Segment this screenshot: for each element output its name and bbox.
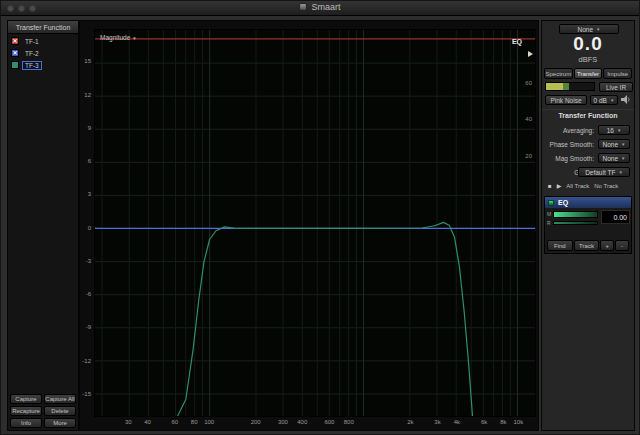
y-tick-label: 6 xyxy=(88,158,91,164)
eq-find-button[interactable]: Find xyxy=(547,240,573,251)
y-axis-db-scale: 15129630-3-6-9-12-15 xyxy=(80,29,92,417)
control-label: Averaging: xyxy=(542,127,594,134)
sidebar-title[interactable]: Transfer Function xyxy=(8,21,78,34)
tf-list-item[interactable]: ✕TF-2 xyxy=(8,47,78,59)
eq-minus-button[interactable]: - xyxy=(615,240,629,251)
y-tick-label: -6 xyxy=(86,291,91,297)
eq-module: EQ M R 0.00 FindTrack+- xyxy=(544,196,632,254)
stop-icon[interactable]: ■ xyxy=(548,183,552,189)
tf-measurement-list: ✕TF-1✕TF-2TF-3 xyxy=(8,35,78,71)
window-title: Smaart xyxy=(311,2,340,12)
phase-smooth-select[interactable]: None▼ xyxy=(598,139,630,149)
level-unit: dBFS xyxy=(542,55,634,64)
eq-plus-button[interactable]: + xyxy=(600,240,614,251)
x-tick-label: 600 xyxy=(324,419,334,425)
magnitude-plot[interactable]: Magnitude▼ EQ 604020 xyxy=(94,29,536,417)
window-title-wrap: Smaart xyxy=(1,2,639,12)
chevron-down-icon: ▼ xyxy=(621,142,625,147)
x-tick-label: 100 xyxy=(204,419,214,425)
tf-item-label[interactable]: TF-1 xyxy=(22,37,42,46)
app-window: Smaart Transfer Function ✕TF-1✕TF-2TF-3 … xyxy=(0,0,640,435)
control-label: Phase Smooth: xyxy=(542,141,594,148)
magnitude-plot-canvas xyxy=(95,30,535,416)
x-tick-label: 30 xyxy=(125,419,132,425)
tf-list-item[interactable]: TF-3 xyxy=(8,59,78,71)
eq-meter-m-label: M xyxy=(547,211,551,217)
y-tick-label: 3 xyxy=(88,191,91,197)
tab-transfer[interactable]: Transfer xyxy=(574,68,603,79)
x-tick-label: 40 xyxy=(144,419,151,425)
eq-module-header[interactable]: EQ xyxy=(545,197,631,208)
eq-button-row: FindTrack+- xyxy=(547,240,629,251)
x-tick-label: 300 xyxy=(278,419,288,425)
x-tick-label: 400 xyxy=(297,419,307,425)
mag-smooth-select[interactable]: None▼ xyxy=(598,153,630,163)
trace-tf-3 xyxy=(178,222,473,416)
titlebar[interactable]: Smaart xyxy=(1,1,639,16)
chevron-down-icon: ▼ xyxy=(621,156,625,161)
generator-level-select[interactable]: 0 dB▼ xyxy=(590,95,618,105)
tab-impulse[interactable]: Impulse xyxy=(603,68,632,79)
chevron-down-icon: ▼ xyxy=(610,98,614,103)
control-value: 16 xyxy=(607,127,614,134)
capture-button[interactable]: Capture xyxy=(10,394,42,404)
tf-hide-x-icon[interactable]: ✕ xyxy=(11,37,19,45)
group-select[interactable]: Default TF▼ xyxy=(578,167,630,177)
tf-list-item[interactable]: ✕TF-1 xyxy=(8,35,78,47)
chevron-down-icon: ▼ xyxy=(132,36,136,41)
tf-color-swatch-icon[interactable] xyxy=(11,61,19,69)
x-tick-label: 800 xyxy=(344,419,354,425)
group-value: Default TF xyxy=(585,169,615,176)
control-value: None xyxy=(602,141,618,148)
app-icon xyxy=(299,3,307,11)
x-tick-label: 8k xyxy=(500,419,506,425)
live-ir-button[interactable]: Live IR xyxy=(599,82,633,92)
tf-hide-x-icon[interactable]: ✕ xyxy=(11,49,19,57)
averaging-select[interactable]: 16▼ xyxy=(598,125,630,135)
pink-noise-button[interactable]: Pink Noise xyxy=(545,95,587,105)
right-axis-tick-label: 20 xyxy=(525,153,532,159)
chevron-down-icon: ▼ xyxy=(596,27,600,32)
eq-meter-m xyxy=(553,211,598,218)
x-tick-label: 2k xyxy=(407,419,413,425)
panel-divider xyxy=(542,109,634,110)
eq-marker-triangle-icon[interactable] xyxy=(528,51,533,57)
delete-button[interactable]: Delete xyxy=(44,406,76,416)
chevron-down-icon: ▼ xyxy=(617,128,621,133)
x-tick-label: 3k xyxy=(434,419,440,425)
chevron-down-icon: ▼ xyxy=(618,170,622,175)
right-axis-tick-label: 60 xyxy=(525,80,532,86)
mode-tabs: SpectrumTransferImpulse xyxy=(544,68,632,79)
recapture-button[interactable]: Recapture xyxy=(10,406,42,416)
input-level-meter xyxy=(545,82,595,91)
y-tick-label: 9 xyxy=(88,125,91,131)
eq-overlay-label: EQ xyxy=(512,38,522,45)
x-tick-label: 200 xyxy=(251,419,261,425)
x-tick-label: 4k xyxy=(454,419,460,425)
x-tick-label: 80 xyxy=(191,419,198,425)
control-label: Mag Smooth: xyxy=(542,155,594,162)
tf-item-label[interactable]: TF-2 xyxy=(22,49,42,58)
all-track-button[interactable]: All Track xyxy=(566,183,589,189)
transfer-function-sidebar: Transfer Function ✕TF-1✕TF-2TF-3 Capture… xyxy=(7,20,79,431)
magnitude-plot-region: 15129630-3-6-9-12-15 Magnitude▼ EQ 60402… xyxy=(79,20,539,431)
sidebar-button-grid: CaptureCapture AllRecaptureDeleteInfoMor… xyxy=(10,394,76,428)
generator-level-value: 0 dB xyxy=(594,97,607,104)
x-tick-label: 60 xyxy=(172,419,179,425)
play-icon[interactable]: ▶ xyxy=(557,182,562,189)
y-tick-label: 15 xyxy=(84,58,91,64)
eq-module-icon xyxy=(548,200,554,206)
control-panel: None▼ 0.0 dBFS SpectrumTransferImpulse L… xyxy=(541,20,635,431)
info-button[interactable]: Info xyxy=(10,418,42,428)
tab-spectrum[interactable]: Spectrum xyxy=(544,68,573,79)
more-button[interactable]: More xyxy=(44,418,76,428)
plot-mode-selector[interactable]: Magnitude▼ xyxy=(100,34,137,41)
tf-item-label[interactable]: TF-3 xyxy=(22,61,42,70)
no-track-button[interactable]: No Track xyxy=(594,183,618,189)
eq-meter-r xyxy=(553,221,598,225)
eq-track-button[interactable]: Track xyxy=(574,240,600,251)
eq-meter-r-label: R xyxy=(547,220,551,226)
y-tick-label: 12 xyxy=(84,92,91,98)
capture-all-button[interactable]: Capture All xyxy=(44,394,76,404)
speaker-icon[interactable] xyxy=(621,95,631,104)
